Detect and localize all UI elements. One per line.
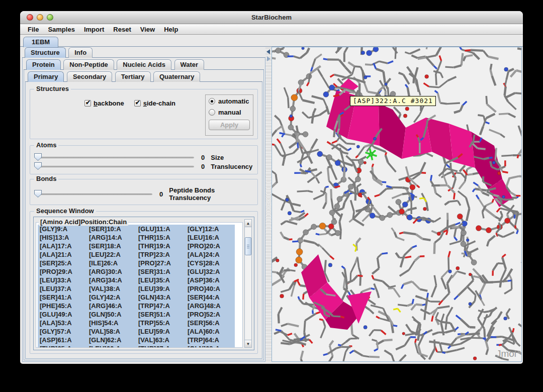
sequence-item[interactable]: [VAL]38:A [87,284,136,293]
tab-secondary[interactable]: Secondary [67,71,112,82]
tab-quaternary[interactable]: Quaternary [153,71,200,82]
sequence-item[interactable]: [SER]51:A [136,310,186,319]
automatic-radio[interactable] [209,98,215,105]
sequence-item[interactable]: [ARG]48:A [186,302,235,310]
sequence-item[interactable]: [GLN]50:A [87,310,136,319]
sequence-item[interactable]: [LEU]22:A [87,250,136,259]
sequence-item[interactable]: [SER]44:A [186,293,235,302]
sequence-item[interactable]: [GLU]11:A [136,225,186,233]
sequence-item[interactable]: [PRO]40:A [186,284,235,293]
menu-view[interactable]: View [136,25,159,34]
scrollbar-thumb[interactable] [245,237,251,255]
sequence-row[interactable]: [ALA]53:A[HIS]54:A[TRP]55:A[SER]56:A [38,319,235,327]
tab-water[interactable]: Water [174,59,205,70]
sequence-scrollbar[interactable]: ▲ ▼ [244,219,252,348]
sequence-item[interactable]: [PRO]27:A [136,259,186,267]
sequence-item[interactable]: [ASP]36:A [186,276,235,284]
tab-1ebm[interactable]: 1EBM [23,37,58,47]
close-button[interactable] [27,14,33,21]
tab-structure[interactable]: Structure [25,47,66,58]
tab-nucleic-acids[interactable]: Nucleic Acids [117,59,171,70]
sequence-item[interactable]: [TRP]23:A [136,250,186,259]
sequence-item[interactable]: [GLY]12:A [186,225,235,233]
sequence-item[interactable]: [VAL]63:A [136,336,186,344]
tab-info[interactable]: Info [68,47,93,58]
sequence-item[interactable]: [GLY]9:A [38,225,87,233]
sequence-item[interactable]: [LEU]39:A [136,284,186,293]
sequence-item[interactable]: [SER]18:A [87,242,136,250]
sequence-item[interactable]: [PRO]29:A [38,267,87,276]
atom-size-slider[interactable] [34,153,194,161]
sequence-row[interactable]: [THR]65:A[LEU]66:A[THR]67:A[GLN]68:A [38,344,235,347]
sequence-item[interactable]: [GLN]68:A [186,344,235,347]
sequence-row[interactable]: [SER]41:A[GLY]42:A[GLN]43:A[SER]44:A [38,293,235,302]
tab-tertiary[interactable]: Tertiary [115,71,151,82]
sequence-item[interactable]: [GLY]42:A [87,293,136,302]
sequence-row[interactable]: [SER]25:A[ILE]26:A[PRO]27:A[CYS]28:A [38,259,235,267]
sequence-item[interactable]: [ALA]24:A [186,250,235,259]
sequence-item[interactable]: [THR]67:A [136,344,186,347]
sequence-row[interactable]: [PRO]29:A[ARG]30:A[SER]31:A[GLU]32:A [38,267,235,276]
slider-thumb[interactable] [34,190,42,198]
sequence-item[interactable]: [SER]25:A [38,259,87,267]
sequence-item[interactable]: [PHE]45:A [38,302,87,310]
tab-protein[interactable]: Protein [26,59,61,70]
sequence-item[interactable]: [ILE]26:A [87,259,136,267]
automatic-radio-row[interactable]: automatic [209,97,250,105]
sequence-item[interactable]: [THR]65:A [38,344,87,347]
sequence-item[interactable]: [ARG]14:A [87,233,136,242]
sequence-item[interactable]: [GLU]49:A [38,310,87,319]
sequence-item[interactable]: [SER]56:A [186,319,235,327]
menu-help[interactable]: Help [159,25,183,34]
sequence-item[interactable]: [LEU]59:A [136,327,186,336]
sequence-item[interactable]: [ARG]34:A [87,276,136,284]
sequence-item[interactable]: [TRP]47:A [136,302,186,310]
sequence-item[interactable]: [ALA]17:A [38,242,87,250]
menu-import[interactable]: Import [79,25,109,34]
sequence-row[interactable]: [ASP]61:A[GLN]62:A[VAL]63:A[TRP]64:A [38,336,235,344]
sequence-item[interactable]: [LEU]33:A [38,276,87,284]
sequence-row[interactable]: [GLY]9:A[SER]10:A[GLU]11:A[GLY]12:A [38,225,235,233]
sequence-item[interactable]: [LEU]37:A [38,284,87,293]
split-divider[interactable] [265,47,272,362]
backbone-checkbox-row[interactable]: backbone [84,100,124,107]
sequence-item[interactable]: [ALA]60:A [186,327,235,336]
scroll-up-icon[interactable]: ▲ [245,220,251,227]
sequence-item[interactable]: [GLU]32:A [186,267,235,276]
side-chain-checkbox[interactable] [134,100,141,107]
sequence-item[interactable]: [SER]10:A [87,225,136,233]
collapse-left-icon[interactable] [266,49,270,54]
sequence-row[interactable]: [ALA]17:A[SER]18:A[THR]19:A[PRO]20:A [38,242,235,250]
sequence-item[interactable]: [LEU]35:A [136,276,186,284]
molecule-render[interactable] [272,47,521,361]
sequence-item[interactable]: [ASP]61:A [38,336,87,344]
sequence-item[interactable]: [ARG]30:A [87,267,136,276]
sequence-row[interactable]: [ALA]21:A[LEU]22:A[TRP]23:A[ALA]24:A [38,250,235,259]
sequence-item[interactable]: [CYS]28:A [186,259,235,267]
side-chain-checkbox-row[interactable]: side-chain [134,100,175,107]
sequence-item[interactable]: [ALA]53:A [38,319,87,327]
sequence-item[interactable]: [GLN]62:A [87,336,136,344]
sequence-item[interactable]: [VAL]58:A [87,327,136,336]
menu-samples[interactable]: Samples [43,25,79,34]
sequence-row[interactable]: [HIS]13:A[ARG]14:A[THR]15:A[LEU]16:A [38,233,235,242]
sequence-row[interactable]: [PHE]45:A[ARG]46:A[TRP]47:A[ARG]48:A [38,302,235,310]
tab-primary[interactable]: Primary [28,71,64,82]
manual-radio-row[interactable]: manual [209,109,250,116]
sequence-item[interactable]: [ARG]46:A [87,302,136,310]
peptide-bonds-slider[interactable] [34,190,152,198]
title-bar[interactable]: StarBiochem [20,11,523,24]
tab-non-peptide[interactable]: Non-Peptide [63,59,114,70]
sequence-item[interactable]: [THR]15:A [136,233,186,242]
zoom-button[interactable] [47,14,53,21]
sequence-item[interactable]: [HIS]13:A [38,233,87,242]
minimize-button[interactable] [37,14,43,21]
sequence-item[interactable]: [PRO]20:A [186,242,235,250]
sequence-row[interactable]: [GLU]49:A[GLN]50:A[SER]51:A[PRO]52:A [38,310,235,319]
sequence-item[interactable]: [TRP]55:A [136,319,186,327]
sequence-list[interactable]: [GLY]9:A[SER]10:A[GLU]11:A[GLY]12:A[HIS]… [36,223,242,347]
sequence-item[interactable]: [ALA]21:A [38,250,87,259]
menu-reset[interactable]: Reset [109,25,135,34]
menu-file[interactable]: File [23,25,43,34]
slider-thumb[interactable] [34,153,42,161]
